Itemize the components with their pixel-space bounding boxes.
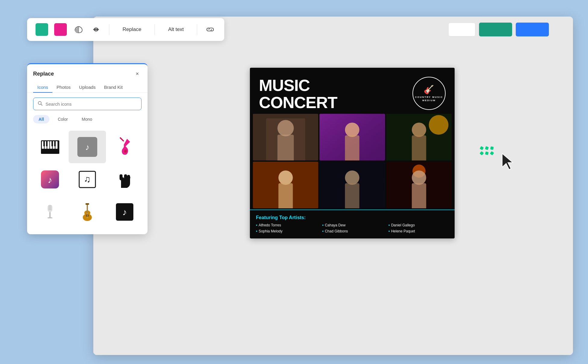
artist-2: • Sophia Melody (256, 229, 316, 234)
tab-photos[interactable]: Photos (52, 82, 75, 93)
sparkles (480, 146, 494, 155)
icon-cell-music-note[interactable]: ♪ (69, 131, 106, 163)
replace-panel: Replace × Icons Photos Uploads Brand Kit… (27, 63, 148, 234)
toolbar-teal-swatch[interactable] (36, 23, 48, 36)
svg-rect-11 (412, 135, 426, 160)
icon-cell-rock-hand[interactable] (106, 163, 143, 196)
svg-point-10 (412, 123, 426, 137)
svg-rect-54 (48, 217, 52, 218)
toolbar: Replace Alt text (27, 18, 224, 41)
search-area (27, 93, 148, 115)
search-icon (38, 101, 42, 107)
teal-swatch[interactable] (479, 23, 512, 36)
svg-text:♪: ♪ (123, 207, 127, 217)
search-input[interactable] (45, 101, 137, 107)
artist-name-6: Helene Paquet (391, 229, 415, 233)
guitar-pink-icon (114, 136, 135, 158)
sparkle-1 (480, 146, 484, 150)
photo-cell-3 (386, 114, 452, 160)
search-input-wrapper[interactable] (33, 98, 142, 110)
icon-cell-acoustic-guitar[interactable] (69, 196, 106, 228)
acoustic-guitar-icon (76, 201, 98, 223)
toolbar-pink-swatch[interactable] (54, 23, 67, 36)
replace-button[interactable]: Replace (117, 24, 147, 35)
close-button[interactable]: × (133, 70, 142, 78)
icon-cell-microphone[interactable] (31, 196, 69, 228)
svg-rect-37 (54, 141, 56, 146)
music-notes-box-icon: ♫ (76, 169, 98, 190)
music-note-gray-container: ♪ (77, 137, 97, 157)
photo-cell-1 (253, 114, 318, 160)
canvas-area: MUSIC CONCERT 🎸 COUNTRY MUSIC MEDIUM (93, 17, 573, 355)
sparkle-3 (490, 146, 494, 150)
opacity-icon[interactable] (73, 24, 84, 35)
icon-cell-piano[interactable] (31, 131, 69, 163)
toolbar-divider-2 (154, 24, 155, 35)
artist-name-5: Daniel Gallego (391, 223, 415, 227)
sparkle-2 (485, 146, 489, 150)
bullet-2: • (256, 229, 257, 234)
icon-cell-apple-music[interactable]: ♪ (31, 163, 69, 196)
svg-rect-60 (86, 203, 89, 205)
svg-point-9 (429, 115, 448, 135)
bullet-6: • (388, 229, 390, 234)
svg-rect-7 (345, 135, 359, 160)
tab-brand-kit[interactable]: Brand Kit (100, 82, 127, 93)
filter-color-button[interactable]: Color (52, 115, 73, 123)
svg-point-21 (412, 171, 426, 185)
svg-text:♪: ♪ (48, 175, 52, 185)
browser-container: MUSIC CONCERT 🎸 COUNTRY MUSIC MEDIUM (93, 17, 573, 355)
svg-rect-34 (43, 141, 45, 146)
filter-mono-button[interactable]: Mono (76, 115, 98, 123)
svg-line-25 (41, 104, 42, 105)
flip-icon[interactable] (90, 24, 102, 35)
tab-icons[interactable]: Icons (33, 82, 52, 93)
rock-hand-icon (114, 169, 135, 190)
bullet-3: • (322, 223, 324, 228)
sparkle-6 (490, 151, 494, 155)
music-note-box-black-icon: ♪ (114, 201, 135, 223)
artist-name-4: Chad Gibbons (325, 229, 348, 233)
svg-rect-3 (277, 135, 294, 161)
svg-rect-30 (47, 141, 49, 149)
white-swatch[interactable] (448, 23, 475, 36)
icons-grid: ♪ (27, 128, 148, 234)
sparkle-5 (485, 151, 489, 155)
replace-panel-header: Replace × (27, 64, 148, 82)
photo-cell-5 (319, 162, 385, 208)
svg-point-14 (278, 171, 293, 185)
svg-rect-35 (46, 141, 48, 146)
icon-cell-music-note-box-black[interactable]: ♪ (106, 196, 143, 228)
alt-text-button[interactable]: Alt text (162, 24, 190, 35)
svg-text:♫: ♫ (84, 174, 91, 184)
icon-cell-guitar-pink[interactable] (106, 131, 143, 163)
bullet-1: • (256, 223, 257, 228)
sparkle-4 (480, 151, 484, 155)
concert-header: MUSIC CONCERT 🎸 COUNTRY MUSIC MEDIUM (250, 68, 455, 114)
blue-swatch[interactable] (516, 23, 549, 36)
tab-uploads[interactable]: Uploads (75, 82, 100, 93)
cursor-area (492, 149, 517, 173)
toolbar-divider-3 (197, 24, 197, 35)
link-icon[interactable] (204, 24, 216, 35)
icon-cell-music-notes-box[interactable]: ♫ (69, 163, 106, 196)
photo-cell-2 (319, 114, 385, 160)
featured-artists-grid: • Alfredo Torres • Cahaya Dew • Daniel G… (256, 223, 449, 234)
svg-rect-15 (278, 183, 293, 208)
logo-text-line1: COUNTRY MUSIC (415, 96, 443, 99)
artist-4: • Chad Gibbons (322, 229, 382, 234)
top-swatches (448, 23, 549, 36)
artist-3: • Cahaya Dew (322, 223, 382, 228)
photo-cell-4 (253, 162, 318, 208)
svg-rect-53 (49, 212, 51, 218)
replace-panel-title: Replace (33, 71, 54, 77)
svg-text:♪: ♪ (85, 142, 89, 152)
apple-music-icon: ♪ (39, 169, 61, 190)
featured-title: Featuring Top Artists: (256, 215, 449, 220)
photo-cell-6 (386, 162, 452, 208)
photo-grid (250, 114, 455, 208)
artist-name-3: Cahaya Dew (325, 223, 346, 227)
filter-all-button[interactable]: All (33, 115, 49, 123)
bullet-4: • (322, 229, 324, 234)
svg-rect-33 (55, 141, 58, 149)
